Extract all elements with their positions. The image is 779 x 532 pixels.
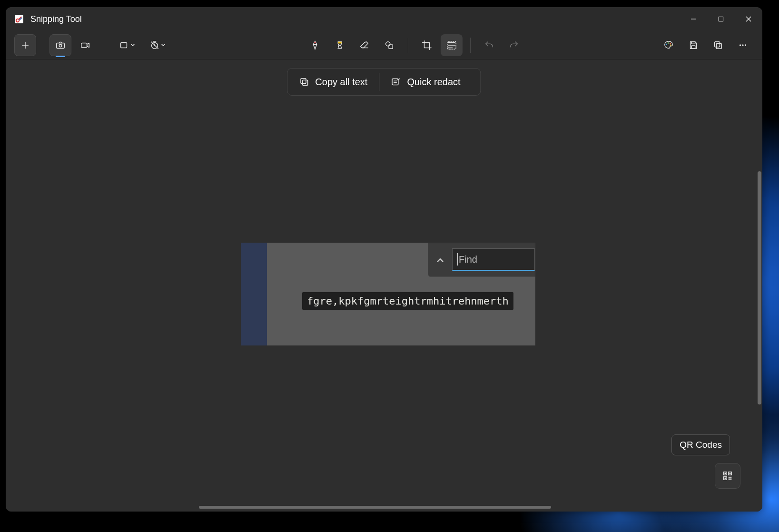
- capture-sidebar-strip: [241, 243, 267, 345]
- svg-rect-34: [301, 79, 306, 84]
- shapes-tool-button[interactable]: [378, 34, 400, 56]
- toolbar-separator: [408, 38, 408, 53]
- quick-redact-button[interactable]: Quick redact: [379, 69, 472, 95]
- svg-point-24: [670, 42, 671, 44]
- qr-codes-tooltip: QR Codes: [671, 434, 730, 455]
- svg-rect-29: [715, 41, 720, 47]
- delay-button[interactable]: [144, 34, 171, 56]
- svg-point-30: [740, 44, 741, 46]
- svg-rect-26: [691, 41, 695, 44]
- more-button[interactable]: [732, 34, 754, 56]
- save-button[interactable]: [682, 34, 704, 56]
- highlighted-text[interactable]: fgre,kpkfgmrteightrmhitrehnmerth: [302, 292, 513, 310]
- text-caret: [457, 253, 458, 266]
- horizontal-scrollbar[interactable]: [199, 506, 551, 509]
- copy-all-text-button[interactable]: Copy all text: [287, 69, 379, 95]
- svg-rect-10: [57, 43, 65, 48]
- pen-tool-button[interactable]: [304, 34, 326, 56]
- svg-rect-40: [730, 473, 731, 474]
- svg-rect-17: [338, 41, 341, 43]
- svg-rect-5: [719, 17, 723, 21]
- snip-shape-button[interactable]: [113, 34, 141, 56]
- svg-point-25: [670, 44, 671, 46]
- text-actions-button[interactable]: [441, 34, 463, 56]
- svg-rect-33: [303, 80, 308, 85]
- highlighter-tool-button[interactable]: [329, 34, 351, 56]
- find-collapse-button[interactable]: [428, 243, 452, 276]
- crop-tool-button[interactable]: [416, 34, 438, 56]
- svg-rect-45: [730, 479, 732, 480]
- titlebar: Snipping Tool: [6, 7, 762, 31]
- svg-point-31: [742, 44, 743, 46]
- svg-point-19: [386, 41, 390, 46]
- canvas[interactable]: Copy all text Quick redact: [6, 59, 762, 512]
- find-placeholder: Find: [459, 254, 477, 265]
- vertical-scrollbar[interactable]: [758, 171, 761, 404]
- app-window: Snipping Tool: [6, 7, 762, 512]
- svg-rect-44: [729, 479, 730, 480]
- qr-codes-button[interactable]: [715, 463, 740, 489]
- toolbar-separator: [470, 38, 471, 53]
- svg-rect-27: [691, 45, 695, 48]
- new-snip-button[interactable]: [14, 34, 36, 56]
- copy-button[interactable]: [707, 34, 729, 56]
- svg-rect-39: [725, 473, 726, 474]
- undo-button[interactable]: [478, 34, 500, 56]
- capture-body: Find fgre,kpkfgmrteightrmhitrehnmerth: [267, 243, 535, 345]
- find-bar: Find: [428, 243, 535, 277]
- text-action-bar: Copy all text Quick redact: [287, 68, 481, 96]
- redo-button[interactable]: [503, 34, 525, 56]
- svg-rect-41: [725, 478, 726, 479]
- app-icon: [14, 14, 24, 24]
- toolbar: [6, 31, 762, 59]
- quick-redact-label: Quick redact: [407, 77, 460, 88]
- quick-redact-dropdown[interactable]: [472, 78, 481, 86]
- svg-point-22: [666, 43, 667, 45]
- close-button[interactable]: [735, 7, 762, 31]
- svg-rect-12: [81, 43, 87, 47]
- copy-all-text-label: Copy all text: [315, 77, 367, 88]
- minimize-button[interactable]: [680, 7, 707, 31]
- svg-point-11: [59, 44, 62, 47]
- svg-rect-42: [729, 477, 730, 478]
- window-title: Snipping Tool: [30, 14, 82, 24]
- video-mode-button[interactable]: [74, 34, 96, 56]
- svg-point-32: [745, 44, 746, 46]
- svg-rect-28: [716, 43, 721, 49]
- maximize-button[interactable]: [707, 7, 735, 31]
- paint-edit-button[interactable]: [658, 34, 680, 56]
- find-input[interactable]: Find: [452, 248, 535, 271]
- svg-point-23: [668, 42, 669, 43]
- svg-rect-13: [121, 42, 127, 48]
- screenshot-mode-button[interactable]: [49, 34, 71, 56]
- svg-rect-43: [730, 477, 732, 478]
- eraser-tool-button[interactable]: [354, 34, 375, 56]
- captured-image[interactable]: Find fgre,kpkfgmrteightrmhitrehnmerth: [241, 243, 535, 345]
